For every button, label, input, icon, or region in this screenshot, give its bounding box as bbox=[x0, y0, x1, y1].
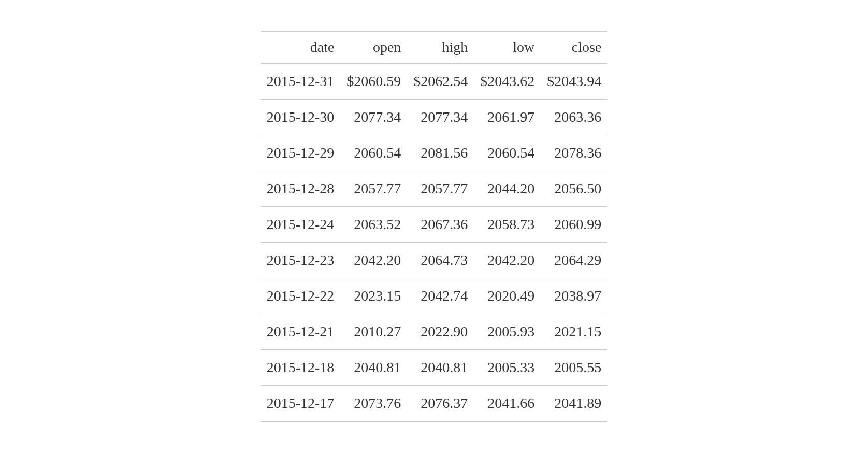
cell-date: 2015-12-24 bbox=[261, 206, 341, 242]
cell-high: 2077.34 bbox=[407, 99, 474, 135]
cell-high: 2081.56 bbox=[407, 135, 474, 171]
cell-close: 2056.50 bbox=[541, 171, 607, 206]
cell-low: 2020.49 bbox=[474, 278, 541, 314]
col-header-high: high bbox=[407, 31, 474, 63]
data-table-wrapper: date open high low close 2015-12-31 $206… bbox=[261, 31, 608, 422]
table-row: 2015-12-21 2010.27 2022.90 2005.93 2021.… bbox=[261, 314, 608, 349]
cell-date: 2015-12-22 bbox=[261, 278, 341, 314]
cell-high: 2064.73 bbox=[407, 242, 474, 278]
cell-close: 2063.36 bbox=[541, 99, 607, 135]
cell-high: $2062.54 bbox=[407, 63, 474, 100]
col-header-close: close bbox=[541, 31, 607, 63]
cell-low: 2058.73 bbox=[474, 206, 541, 242]
table-header-row: date open high low close bbox=[261, 31, 608, 63]
table-row: 2015-12-23 2042.20 2064.73 2042.20 2064.… bbox=[261, 242, 608, 278]
cell-high: 2040.81 bbox=[407, 349, 474, 385]
table-row: 2015-12-29 2060.54 2081.56 2060.54 2078.… bbox=[261, 135, 608, 171]
cell-date: 2015-12-23 bbox=[261, 242, 341, 278]
cell-high: 2042.74 bbox=[407, 278, 474, 314]
cell-open: 2023.15 bbox=[340, 278, 407, 314]
cell-close: 2005.55 bbox=[541, 349, 607, 385]
cell-open: 2063.52 bbox=[340, 206, 407, 242]
cell-low: $2043.62 bbox=[474, 63, 541, 100]
cell-date: 2015-12-18 bbox=[261, 349, 341, 385]
cell-high: 2057.77 bbox=[407, 171, 474, 206]
cell-close: 2021.15 bbox=[541, 314, 607, 349]
cell-low: 2005.33 bbox=[474, 349, 541, 385]
col-header-date: date bbox=[261, 31, 341, 63]
cell-date: 2015-12-17 bbox=[261, 385, 341, 421]
cell-open: 2077.34 bbox=[340, 99, 407, 135]
table-row: 2015-12-31 $2060.59 $2062.54 $2043.62 $2… bbox=[261, 63, 608, 100]
cell-close: 2041.89 bbox=[541, 385, 607, 421]
cell-low: 2005.93 bbox=[474, 314, 541, 349]
table-row: 2015-12-18 2040.81 2040.81 2005.33 2005.… bbox=[261, 349, 608, 385]
cell-open: 2060.54 bbox=[340, 135, 407, 171]
table-row: 2015-12-17 2073.76 2076.37 2041.66 2041.… bbox=[261, 385, 608, 421]
cell-close: 2060.99 bbox=[541, 206, 607, 242]
cell-open: 2010.27 bbox=[340, 314, 407, 349]
cell-open: 2057.77 bbox=[340, 171, 407, 206]
table-row: 2015-12-24 2063.52 2067.36 2058.73 2060.… bbox=[261, 206, 608, 242]
price-table: date open high low close 2015-12-31 $206… bbox=[261, 31, 608, 422]
cell-open: 2042.20 bbox=[340, 242, 407, 278]
cell-date: 2015-12-30 bbox=[261, 99, 341, 135]
cell-open: 2040.81 bbox=[340, 349, 407, 385]
cell-open: $2060.59 bbox=[340, 63, 407, 100]
cell-close: 2038.97 bbox=[541, 278, 607, 314]
cell-low: 2044.20 bbox=[474, 171, 541, 206]
cell-close: $2043.94 bbox=[541, 63, 607, 100]
cell-date: 2015-12-31 bbox=[261, 63, 341, 100]
cell-low: 2042.20 bbox=[474, 242, 541, 278]
cell-low: 2041.66 bbox=[474, 385, 541, 421]
table-row: 2015-12-28 2057.77 2057.77 2044.20 2056.… bbox=[261, 171, 608, 206]
col-header-low: low bbox=[474, 31, 541, 63]
cell-open: 2073.76 bbox=[340, 385, 407, 421]
cell-date: 2015-12-21 bbox=[261, 314, 341, 349]
table-row: 2015-12-22 2023.15 2042.74 2020.49 2038.… bbox=[261, 278, 608, 314]
cell-high: 2076.37 bbox=[407, 385, 474, 421]
cell-low: 2061.97 bbox=[474, 99, 541, 135]
cell-date: 2015-12-29 bbox=[261, 135, 341, 171]
cell-high: 2022.90 bbox=[407, 314, 474, 349]
table-row: 2015-12-30 2077.34 2077.34 2061.97 2063.… bbox=[261, 99, 608, 135]
cell-high: 2067.36 bbox=[407, 206, 474, 242]
cell-close: 2078.36 bbox=[541, 135, 607, 171]
cell-low: 2060.54 bbox=[474, 135, 541, 171]
col-header-open: open bbox=[340, 31, 407, 63]
cell-date: 2015-12-28 bbox=[261, 171, 341, 206]
cell-close: 2064.29 bbox=[541, 242, 607, 278]
